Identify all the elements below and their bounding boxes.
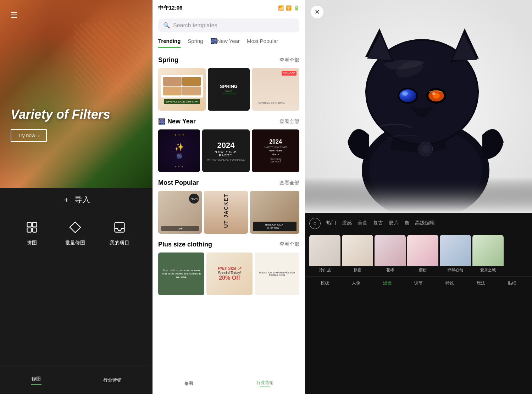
spring-section-title: Spring (158, 56, 178, 64)
svg-rect-2 (27, 228, 31, 232)
new-year-section-header: 🎆 New Year 查看全部 (158, 118, 299, 125)
pop-template-3[interactable]: TRENCH COATSHOP NOW → (250, 191, 299, 234)
filter-tab-advanced[interactable]: 高级编辑 (415, 220, 435, 227)
tool-row: 拼图 批量修图 我的项目 (0, 211, 153, 250)
right-panel: ✕ (305, 0, 532, 394)
try-now-button[interactable]: Try now › (11, 129, 47, 142)
spring-view-all[interactable]: 查看全部 (279, 57, 299, 63)
import-bar[interactable]: ＋ 导入 (0, 188, 153, 211)
filter-tab-food[interactable]: 美食 (358, 220, 367, 227)
btool-filter[interactable]: 滤镜 (383, 280, 392, 286)
spring-template-2[interactable]: SPRING SALE (208, 68, 250, 111)
btool-sticker[interactable]: 贴纸 (508, 280, 516, 286)
tab-new-year[interactable]: 🎆New Year (210, 38, 240, 48)
bnav-edit[interactable]: 修图 (184, 381, 193, 387)
tool-batch[interactable]: 批量修图 (65, 218, 85, 246)
collage-label: 拼图 (27, 240, 37, 246)
grid-icon (23, 218, 41, 236)
templates-scroll: Spring 查看全部 SPRING SALE 25% OFF SPRIN (153, 48, 305, 373)
filter-dynamic-label: 怦然心动 (440, 266, 471, 273)
plus-template-2[interactable]: Plus Size ↗ Special Today! 20% Off (206, 253, 253, 295)
search-placeholder: Search templates (173, 22, 217, 29)
bnav-edit-label: 修图 (184, 381, 193, 387)
projects-label: 我的项目 (110, 240, 129, 246)
pop-template-2[interactable]: UT JACKET (204, 191, 248, 234)
spring-template-grid: SPRING SALE 25% OFF SPRING SALE 50% OFF … (158, 68, 299, 111)
filter-cherry[interactable]: 花椿 (375, 235, 406, 273)
btool-template[interactable]: 模板 (321, 280, 329, 286)
ny-template-1[interactable]: ✨ 🎆 ✦ ✦ ✦ (158, 129, 200, 172)
tabs-row: Trending Spring 🎆New Year Most Popular (153, 35, 305, 48)
filter-tab-texture[interactable]: 质感 (342, 220, 352, 227)
btool-play[interactable]: 玩法 (477, 280, 485, 286)
status-icons: 📶 🛜 🔋 (278, 5, 299, 11)
filter-original-label: 原宿 (342, 266, 373, 273)
filter-cherry-label: 花椿 (375, 266, 406, 273)
ny2-title: NEW YEAR (215, 150, 237, 154)
right-top: ✕ (305, 0, 532, 213)
search-bar[interactable]: 🔍 Search templates (158, 18, 299, 32)
spring-template-1[interactable]: SPRING SALE 25% OFF (158, 68, 206, 111)
ny-template-3[interactable]: 2024 HAPPY NEW YEAR New YearsParty Free … (252, 129, 299, 172)
svg-rect-1 (32, 223, 37, 227)
filter-tab-film[interactable]: 胶片 (389, 220, 399, 227)
btool-effects-label: 特效 (445, 280, 454, 286)
btool-filter-label: 滤镜 (383, 280, 392, 286)
most-popular-view-all[interactable]: 查看全部 (279, 180, 299, 186)
filter-tab-vintage[interactable]: 复古 (373, 220, 383, 227)
tool-collage[interactable]: 拼图 (23, 218, 41, 246)
pop-template-1[interactable]: +50% OFF (158, 191, 202, 234)
plus-size-view-all[interactable]: 查看全部 (279, 241, 299, 248)
svg-rect-3 (32, 228, 37, 232)
filter-pink-label: 樱粉 (407, 266, 438, 273)
spring-template-3[interactable]: 50% OFF SPRING FASHION (252, 68, 299, 111)
left-bottom-nav: 修图 行业营销 (0, 366, 153, 394)
filter-city[interactable]: 爱乐之城 (472, 235, 504, 273)
btool-adjust[interactable]: 调节 (414, 280, 423, 286)
filter-original[interactable]: 原宿 (342, 235, 373, 273)
tab-trending[interactable]: Trending (158, 38, 181, 48)
filter-dynamic[interactable]: 怦然心动 (440, 235, 471, 273)
filter-cold-white-label: 冷白皮 (309, 266, 340, 273)
nav-edit-label: 修图 (32, 376, 41, 382)
filter-cold-white[interactable]: 冷白皮 (309, 235, 340, 273)
plus-template-3[interactable]: Unlock Your Style with Plus Size Fashion… (255, 253, 299, 295)
btool-portrait[interactable]: 人像 (352, 280, 360, 286)
nav-marketing[interactable]: 行业营销 (103, 377, 122, 383)
nav-edit[interactable]: 修图 (31, 376, 41, 385)
filter-tab-trending[interactable]: 热门 (326, 220, 336, 227)
filter-tab-custom[interactable]: 自 (404, 220, 409, 227)
status-bar: 中午12:06 📶 🛜 🔋 (153, 0, 305, 16)
filter-pink[interactable]: 樱粉 (407, 235, 438, 273)
ny2-subtitle: PARTY (219, 154, 233, 157)
filter-thumbnails: 冷白皮 原宿 花椿 樱粉 怦然心动 爱乐之城 (305, 232, 532, 276)
plus-template-1[interactable]: This outfit is made for women with large… (158, 253, 204, 295)
svg-point-20 (432, 92, 436, 95)
btool-play-label: 玩法 (477, 280, 485, 286)
svg-point-22 (421, 145, 430, 153)
middle-bottom-nav: 修图 行业营销 (153, 373, 305, 394)
batch-label: 批量修图 (65, 240, 85, 246)
hero-text: Variety of Filters Try now › (11, 107, 110, 142)
hero-image: ☰ Variety of Filters Try now › (0, 0, 153, 188)
btool-effects[interactable]: 特效 (445, 280, 454, 286)
tab-spring[interactable]: Spring (188, 38, 203, 48)
bnav-marketing[interactable]: 行业营销 (256, 380, 273, 387)
plus-size-template-grid: This outfit is made for women with large… (158, 253, 299, 295)
svg-point-15 (399, 89, 416, 102)
tab-most-popular[interactable]: Most Popular (247, 38, 278, 48)
new-year-view-all[interactable]: 查看全部 (279, 118, 299, 125)
plus1-text: This outfit is made for women with large… (161, 269, 201, 278)
svg-rect-0 (27, 223, 31, 227)
filter-tabs-row: ○ 热门 质感 美食 复古 胶片 自 高级编辑 (305, 213, 532, 232)
most-popular-section-header: Most Popular 查看全部 (158, 179, 299, 187)
anime-illustration (305, 0, 532, 213)
filter-none-button[interactable]: ○ (309, 218, 321, 229)
wifi-icon: 🛜 (286, 5, 292, 11)
signal-icon: 📶 (278, 5, 284, 11)
tool-projects[interactable]: 我的项目 (110, 218, 129, 246)
spring-section-header: Spring 查看全部 (158, 56, 299, 64)
hamburger-icon[interactable]: ☰ (11, 11, 18, 20)
ny-template-2[interactable]: 2024 NEW YEAR PARTY WITH SPECIAL PERFORM… (202, 129, 250, 172)
close-button[interactable]: ✕ (311, 6, 323, 18)
